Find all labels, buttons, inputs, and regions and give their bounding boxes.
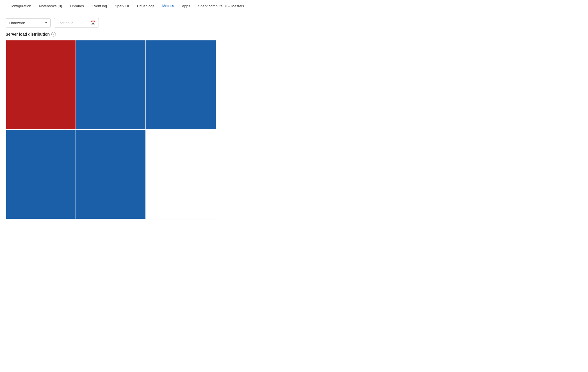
treemap-cell-2-2 xyxy=(76,130,146,219)
treemap-cell-2-3 xyxy=(146,130,216,219)
chevron-down-icon: ▾ xyxy=(45,21,47,25)
treemap-cell-2-1 xyxy=(6,130,76,219)
nav-notebooks[interactable]: Notebooks (0) xyxy=(35,0,66,12)
top-navigation: Configuration Notebooks (0) Libraries Ev… xyxy=(0,0,588,12)
hardware-filter-label: Hardware xyxy=(9,21,25,25)
treemap-cell-1-1 xyxy=(6,40,76,130)
nav-driver-logs[interactable]: Driver logs xyxy=(133,0,158,12)
nav-apps[interactable]: Apps xyxy=(178,0,194,12)
server-load-treemap xyxy=(6,40,216,219)
treemap-cell-1-3 xyxy=(146,40,216,130)
calendar-icon: 📅 xyxy=(90,20,95,25)
section-header: Server load distribution i xyxy=(0,32,588,40)
section-title-text: Server load distribution xyxy=(6,32,50,36)
hardware-filter-dropdown[interactable]: Hardware ▾ xyxy=(6,18,51,27)
info-icon[interactable]: i xyxy=(51,32,56,36)
nav-event-log[interactable]: Event log xyxy=(88,0,111,12)
nav-spark-ui[interactable]: Spark UI xyxy=(111,0,133,12)
nav-metrics[interactable]: Metrics xyxy=(158,0,178,12)
controls-row: Hardware ▾ Last hour 📅 xyxy=(0,12,588,32)
time-range-label: Last hour xyxy=(58,21,73,25)
nav-configuration[interactable]: Configuration xyxy=(6,0,35,12)
nav-libraries[interactable]: Libraries xyxy=(66,0,88,12)
treemap-cell-1-2 xyxy=(76,40,146,130)
nav-spark-compute-ui[interactable]: Spark compute UI – Master xyxy=(194,0,248,12)
time-range-picker[interactable]: Last hour 📅 xyxy=(54,18,99,27)
